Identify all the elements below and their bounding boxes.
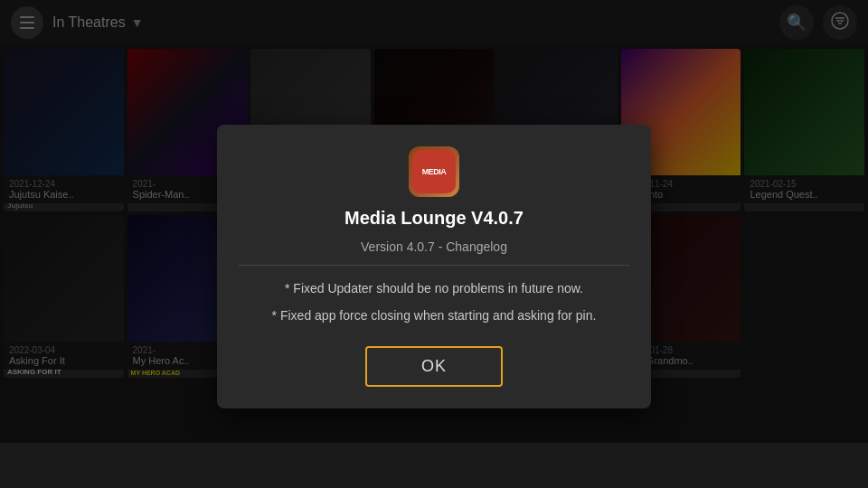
changelog-content: * Fixed Updater should be no problems in…	[239, 277, 629, 328]
modal-title: Media Lounge V4.0.7	[344, 208, 524, 229]
modal-wrapper: MEDIA Media Lounge V4.0.7 Version 4.0.7 …	[0, 45, 868, 488]
changelog-modal: MEDIA Media Lounge V4.0.7 Version 4.0.7 …	[217, 125, 651, 408]
modal-divider	[239, 265, 629, 266]
app-icon-inner: MEDIA	[412, 150, 456, 193]
ok-button[interactable]: OK	[365, 346, 503, 387]
changelog-item-1: * Fixed Updater should be no problems in…	[239, 280, 629, 298]
modal-subtitle: Version 4.0.7 - Changelog	[361, 239, 507, 254]
app-icon-text: MEDIA	[422, 167, 447, 177]
app-icon: MEDIA	[409, 146, 459, 197]
changelog-item-2: * Fixed app force closing when starting …	[239, 307, 629, 325]
